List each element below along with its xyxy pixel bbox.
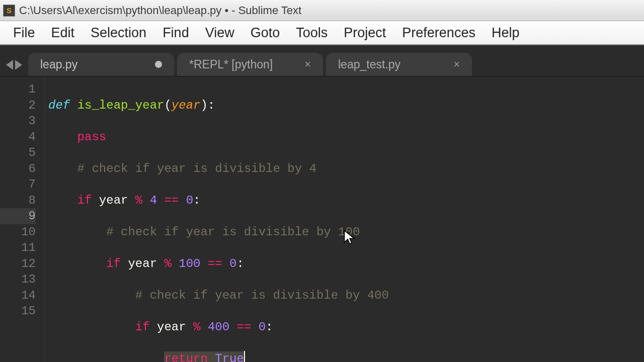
menu-help[interactable]: Help	[484, 23, 528, 43]
line-number: 9	[0, 208, 36, 224]
operator-eq: ==	[200, 257, 229, 270]
var-year: year	[128, 257, 157, 270]
line-number: 8	[0, 193, 36, 209]
number: 4	[150, 194, 157, 207]
tab-label: *REPL* [python]	[189, 58, 304, 71]
indent	[48, 289, 135, 302]
window-titlebar: S C:\Users\Al\exercism\python\leap\leap.…	[0, 0, 644, 21]
menu-selection[interactable]: Selection	[83, 23, 154, 43]
space	[208, 352, 215, 363]
menu-edit[interactable]: Edit	[43, 23, 83, 43]
number: 400	[208, 320, 229, 334]
const-true: True	[215, 352, 244, 363]
colon: :	[266, 320, 273, 334]
number: 100	[179, 257, 200, 270]
indent	[48, 320, 135, 334]
menu-file[interactable]: File	[5, 23, 43, 43]
text-caret	[244, 351, 245, 362]
operator: %	[186, 320, 208, 334]
window-title: C:\Users\Al\exercism\python\leap\leap.py…	[19, 4, 301, 17]
menu-find[interactable]: Find	[154, 23, 197, 43]
keyword-pass: pass	[77, 130, 107, 144]
close-icon[interactable]: ×	[453, 58, 460, 71]
space	[150, 320, 157, 334]
tab-next-icon[interactable]	[15, 60, 22, 70]
menu-preferences[interactable]: Preferences	[394, 23, 484, 43]
keyword-if: if	[106, 257, 121, 270]
line-number: 1	[0, 81, 36, 98]
tab-repl-python[interactable]: *REPL* [python] ×	[177, 53, 323, 76]
paren-colon: ):	[200, 99, 215, 112]
indent	[48, 352, 164, 363]
operator-eq: ==	[157, 194, 186, 207]
line-number: 3	[0, 113, 36, 129]
comment: # check if year is divisible by 100	[106, 225, 360, 239]
line-number: 12	[0, 256, 36, 272]
operator: %	[128, 194, 149, 207]
line-number: 15	[0, 303, 36, 319]
indent	[48, 194, 77, 207]
tab-bar: leap.py *REPL* [python] × leap_test.py ×	[0, 45, 644, 76]
number-zero: 0	[186, 194, 193, 207]
paren: (	[164, 99, 171, 112]
tab-leap-test-py[interactable]: leap_test.py ×	[326, 53, 472, 76]
menu-goto[interactable]: Goto	[243, 23, 288, 43]
tab-nav-arrows	[4, 60, 28, 76]
param-year: year	[172, 99, 201, 112]
menu-view[interactable]: View	[197, 23, 243, 43]
dirty-indicator-icon	[155, 61, 162, 68]
indent	[48, 225, 106, 239]
text-selection: return True	[164, 351, 244, 363]
keyword-def: def	[48, 99, 70, 112]
line-number-gutter: 123456789101112131415	[0, 76, 45, 362]
menu-project[interactable]: Project	[336, 23, 394, 43]
var-year: year	[157, 320, 186, 334]
line-number: 13	[0, 272, 36, 288]
keyword-if: if	[77, 194, 92, 207]
code-editor[interactable]: 123456789101112131415 def is_leap_year(y…	[0, 76, 644, 362]
menu-bar: File Edit Selection Find View Goto Tools…	[0, 21, 644, 45]
number-zero: 0	[229, 257, 236, 270]
app-icon: S	[3, 5, 15, 17]
operator-eq: ==	[229, 320, 259, 334]
keyword-return: return	[164, 352, 207, 363]
colon: :	[237, 257, 244, 270]
tab-label: leap.py	[40, 58, 155, 71]
line-number: 5	[0, 145, 36, 161]
line-number: 4	[0, 129, 36, 145]
indent	[48, 130, 77, 144]
indent	[48, 162, 77, 175]
line-number: 2	[0, 98, 36, 114]
number-zero: 0	[259, 320, 266, 334]
comment: # check if year is divisible by 4	[77, 162, 316, 175]
tab-leap-py[interactable]: leap.py	[28, 53, 174, 76]
line-number: 10	[0, 224, 36, 240]
tab-label: leap_test.py	[338, 58, 453, 71]
line-number: 14	[0, 288, 36, 304]
var-year: year	[99, 194, 128, 207]
space	[121, 257, 128, 270]
code-area[interactable]: def is_leap_year(year): pass # check if …	[45, 76, 644, 362]
space	[92, 194, 99, 207]
line-number: 11	[0, 240, 36, 256]
close-icon[interactable]: ×	[304, 58, 311, 71]
menu-tools[interactable]: Tools	[288, 23, 336, 43]
tab-prev-icon[interactable]	[6, 60, 13, 70]
operator: %	[157, 257, 179, 270]
colon: :	[193, 194, 200, 207]
line-number: 7	[0, 176, 36, 193]
keyword-if: if	[135, 320, 150, 334]
comment: # check if year is divisible by 400	[135, 289, 389, 302]
function-name: is_leap_year	[77, 99, 165, 112]
indent	[48, 257, 106, 270]
line-number: 6	[0, 161, 36, 177]
